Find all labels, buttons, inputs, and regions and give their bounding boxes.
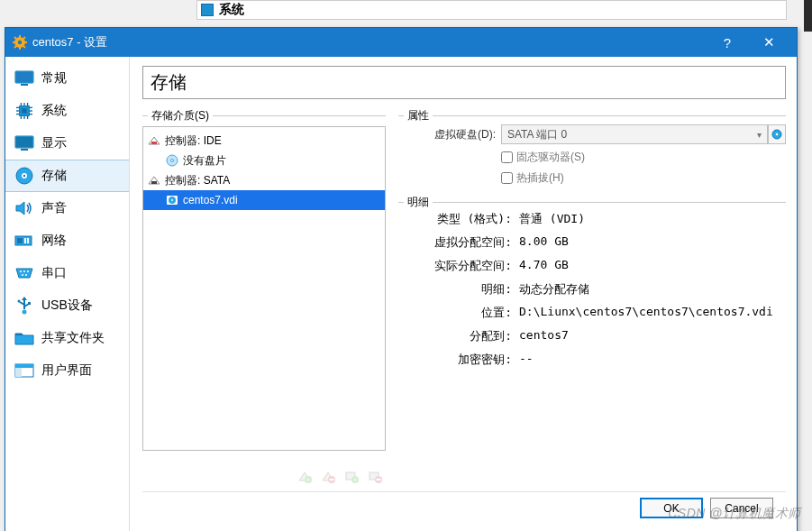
svg-text:+: + [306,477,310,483]
category-label: 串口 [41,265,67,281]
attributes-fieldset: 属性 虚拟硬盘(D): SATA 端口 0 [398,108,786,186]
virtual-disk-value: SATA 端口 0 [507,127,567,142]
ssd-checkbox[interactable] [501,151,513,163]
svg-rect-50 [28,302,31,305]
location-key: 位置: [402,305,519,321]
svg-rect-11 [16,72,32,82]
svg-point-42 [22,274,23,276]
hotplug-label: 热插拔(H) [516,170,564,186]
svg-rect-12 [21,84,28,86]
svg-line-7 [23,46,25,48]
sata-controller-icon [147,173,161,188]
svg-point-1 [18,41,22,44]
svg-text:+: + [353,477,357,483]
svg-point-41 [27,270,29,272]
ssd-checkbox-row[interactable]: 固态驱动器(S) [501,150,786,165]
virtual-size-key: 虚拟分配空间: [402,234,519,251]
type-key: 类型 (格式): [402,211,519,227]
speaker-icon [14,199,34,217]
svg-point-57 [171,160,174,162]
storage-media-fieldset: 存储介质(S) 控制器: IDE 没有盘片 [142,108,386,462]
category-label: 共享文件夹 [41,330,105,346]
category-general[interactable]: 常规 [5,62,129,95]
serial-icon [14,264,34,282]
svg-rect-68 [330,479,334,481]
chip-icon [14,102,34,120]
category-label: 显示 [41,135,67,151]
sata-disk-label: centos7.vdi [183,194,238,206]
category-shared-folders[interactable]: 共享文件夹 [5,322,129,354]
category-display[interactable]: 显示 [5,127,129,160]
add-controller-button[interactable]: + [296,467,314,485]
controller-ide[interactable]: 控制器: IDE [143,131,385,151]
folder-icon [14,329,34,347]
category-network[interactable]: 网络 [5,224,129,257]
category-label: 声音 [41,200,67,216]
svg-point-43 [25,274,27,276]
detail-legend: 明细 [404,195,433,210]
category-storage[interactable]: 存储 [5,160,129,192]
attached-value: centos7 [519,328,786,344]
hotplug-checkbox-row[interactable]: 热插拔(H) [501,170,786,186]
svg-rect-35 [17,238,23,243]
svg-point-76 [776,133,779,136]
sata-disk-centos7[interactable]: centos7.vdi [143,190,385,210]
hotplug-checkbox[interactable] [501,172,513,184]
svg-point-40 [23,270,25,272]
svg-point-39 [20,270,22,272]
dialog-title: centos7 - 设置 [32,34,707,50]
ssd-label: 固态驱动器(S) [516,150,585,165]
svg-point-48 [18,300,21,303]
close-button[interactable]: ✕ [748,28,789,57]
nic-icon [14,232,34,250]
storage-tree-toolbar: + + [142,462,386,485]
usb-icon [14,297,34,315]
controller-sata[interactable]: 控制器: SATA [143,170,385,190]
category-label: 用户界面 [41,362,92,379]
ide-empty-label: 没有盘片 [183,153,226,169]
svg-point-32 [23,175,25,177]
cancel-button[interactable]: Cancel [710,498,773,518]
ok-button[interactable]: OK [640,498,703,518]
chip-icon [201,4,214,16]
storage-media-legend: 存储介质(S) [148,108,213,124]
category-usb[interactable]: USB设备 [5,289,129,322]
svg-rect-36 [24,238,26,243]
page-title: 存储 [142,66,786,99]
controller-ide-label: 控制器: IDE [165,133,222,149]
detail-fieldset: 明细 类型 (格式): 普通 (VDI) 虚拟分配空间: 8.00 GB 实际分… [398,195,786,368]
svg-rect-55 [151,142,157,144]
storage-tree[interactable]: 控制器: IDE 没有盘片 控制器: SATA [142,126,386,451]
virtual-disk-chooser-button[interactable] [768,124,786,144]
category-audio[interactable]: 声音 [5,192,129,224]
svg-rect-74 [377,479,381,481]
disc-icon [165,153,179,168]
svg-line-6 [14,37,16,39]
controller-sata-label: 控制器: SATA [165,173,230,188]
disk-icon [14,167,34,185]
category-system[interactable]: 系统 [5,95,129,127]
remove-attachment-button[interactable] [366,467,384,485]
svg-point-62 [171,199,173,201]
svg-rect-14 [22,108,26,113]
category-serial[interactable]: 串口 [5,257,129,289]
svg-rect-29 [21,149,28,151]
svg-rect-53 [15,368,22,377]
category-label: 系统 [41,103,67,119]
category-label: 网络 [41,233,67,249]
virtual-disk-label: 虚拟硬盘(D): [402,127,501,142]
window-icon [14,362,34,380]
virtual-disk-select[interactable]: SATA 端口 0 [501,124,768,144]
ide-empty-disc[interactable]: 没有盘片 [143,151,385,170]
harddisk-icon [165,193,179,207]
monitor-icon [14,134,34,152]
help-button[interactable]: ? [707,28,748,57]
remove-controller-button[interactable] [319,467,337,485]
main-window-system-row: 系统 [196,0,787,20]
main-system-label: 系统 [219,2,244,18]
dark-sidebar-edge [804,0,812,32]
svg-rect-59 [151,181,157,184]
category-label: 存储 [41,168,67,184]
category-user-interface[interactable]: 用户界面 [5,354,129,387]
add-attachment-button[interactable]: + [342,467,360,485]
